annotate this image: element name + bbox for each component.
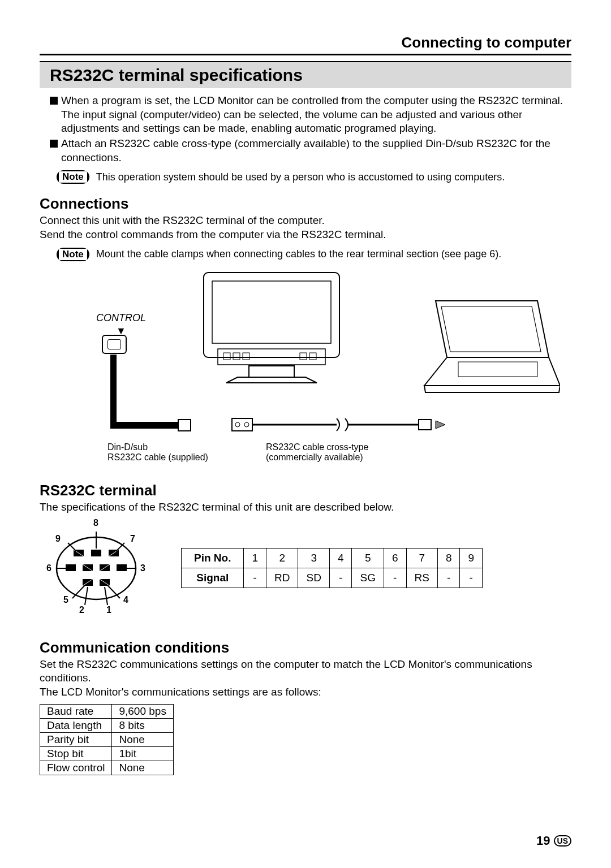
comm-cell: None <box>112 761 173 775</box>
intro-bullet-1: When a program is set, the LCD Monitor c… <box>61 94 571 136</box>
svg-rect-20 <box>91 550 101 556</box>
pin-cell: - <box>329 568 352 588</box>
rs232c-text: The specifications of the RS232C termina… <box>40 500 571 515</box>
comm-cell: Baud rate <box>40 704 112 718</box>
svg-rect-16 <box>419 420 431 430</box>
pin-num-4: 4 <box>123 595 128 605</box>
note-badge-icon: Note <box>57 170 89 184</box>
din-port-icon <box>102 335 127 354</box>
bullet-icon <box>50 140 58 148</box>
pin-num-9: 9 <box>55 534 61 544</box>
pin-row1-label: Pin No. <box>182 549 244 568</box>
svg-rect-0 <box>204 273 339 357</box>
pin-cell: - <box>460 568 483 588</box>
svg-rect-25 <box>117 564 127 571</box>
rs232c-heading: RS232C terminal <box>40 482 571 499</box>
pin-cell: RS <box>406 568 437 588</box>
note-label: Note <box>59 171 87 183</box>
note-label: Note <box>59 249 87 260</box>
comm-cell: None <box>112 732 173 746</box>
comm-heading: Communication conditions <box>40 639 571 657</box>
note-1: Note This operation system should be use… <box>57 170 571 184</box>
pin-cell: 5 <box>352 549 384 568</box>
note-1-text: This operation system should be used by … <box>96 171 505 183</box>
cable2-label: RS232C cable cross-type (commercially av… <box>266 442 368 463</box>
comm-cell: 8 bits <box>112 718 173 732</box>
svg-rect-11 <box>232 418 252 431</box>
page-number: 19 US <box>536 834 571 848</box>
pin-num-3: 3 <box>140 563 145 573</box>
comm-cell: Flow control <box>40 761 112 775</box>
cable1-label: Din-D/sub RS232C cable (supplied) <box>107 442 208 463</box>
pin-cell: SG <box>352 568 384 588</box>
pin-cell: 4 <box>329 549 352 568</box>
comm-cell: Stop bit <box>40 746 112 761</box>
note-badge-icon: Note <box>57 248 89 261</box>
comm-cell: Data length <box>40 718 112 732</box>
connections-heading: Connections <box>40 195 571 213</box>
bullet-icon <box>50 97 58 105</box>
region-badge: US <box>554 835 571 847</box>
note-2-text: Mount the cable clamps when connecting c… <box>96 248 501 260</box>
pin-diagram: 8 9 7 6 3 5 4 2 1 <box>45 520 147 616</box>
pin-cell: 7 <box>406 549 437 568</box>
pin-cell: 2 <box>266 549 298 568</box>
pin-cell: RD <box>266 568 298 588</box>
pin-cell: SD <box>298 568 329 588</box>
svg-marker-17 <box>436 421 445 429</box>
pin-num-8: 8 <box>93 518 98 528</box>
connections-text: Connect this unit with the RS232C termin… <box>40 214 571 241</box>
pin-cell: - <box>384 568 406 588</box>
pin-num-7: 7 <box>130 534 135 544</box>
page-header: Connecting to computer <box>40 34 571 55</box>
pin-cell: 3 <box>298 549 329 568</box>
connection-diagram: CONTROL ▼ <box>62 267 571 470</box>
note-2: Note Mount the cable clamps when connect… <box>57 248 571 261</box>
pin-num-6: 6 <box>46 563 51 573</box>
svg-rect-10 <box>178 420 191 431</box>
comm-cell: 9,600 bps <box>112 704 173 718</box>
pin-cell: 8 <box>437 549 460 568</box>
pin-cell: 1 <box>244 549 266 568</box>
cable-path-icon <box>110 352 506 454</box>
svg-rect-1 <box>212 281 331 343</box>
pin-cell: - <box>244 568 266 588</box>
pin-table: Pin No. 1 2 3 4 5 6 7 8 9 Signal - RD SD… <box>181 548 483 588</box>
pin-num-1: 1 <box>106 605 111 615</box>
intro-bullet-2: Attach an RS232C cable cross-type (comme… <box>61 137 571 165</box>
svg-rect-22 <box>66 564 76 571</box>
pin-num-5: 5 <box>63 595 68 605</box>
intro-block: When a program is set, the LCD Monitor c… <box>50 94 571 165</box>
pin-row2-label: Signal <box>182 568 244 588</box>
pin-cell: - <box>437 568 460 588</box>
comm-text: Set the RS232C communications settings o… <box>40 658 571 699</box>
comm-cell: 1bit <box>112 746 173 761</box>
comm-cell: Parity bit <box>40 732 112 746</box>
svg-line-36 <box>105 587 107 605</box>
pin-cell: 6 <box>384 549 406 568</box>
pin-cell: 9 <box>460 549 483 568</box>
section-title: RS232C terminal specifications <box>40 61 571 88</box>
pin-num-2: 2 <box>79 605 84 615</box>
svg-line-35 <box>85 587 88 605</box>
comm-table: Baud rate9,600 bps Data length8 bits Par… <box>40 704 174 775</box>
